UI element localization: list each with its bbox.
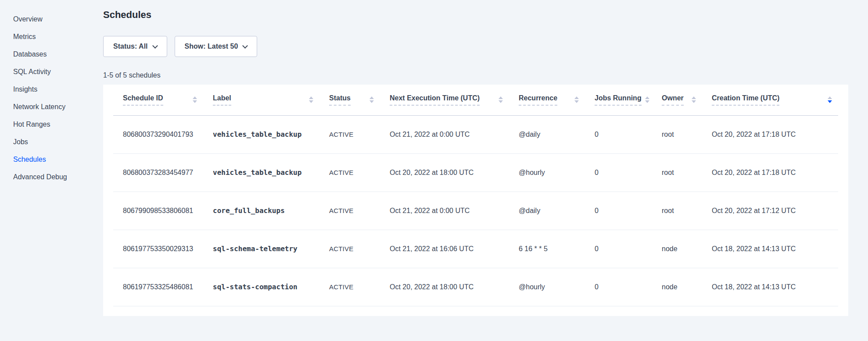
cell-recurrence: 6 16 * * 5 <box>509 230 585 268</box>
cell-status: ACTIVE <box>319 115 380 153</box>
column-label: Label <box>213 94 231 106</box>
sidebar-item-databases[interactable]: Databases <box>13 46 103 63</box>
cell-schedule-id: 806799098533806081 <box>113 192 203 230</box>
sort-arrows-icon[interactable] <box>309 96 313 103</box>
cell-next-execution: Oct 21, 2022 at 0:00 UTC <box>380 192 509 230</box>
column-label: Jobs Running <box>595 94 642 106</box>
status-filter-dropdown[interactable]: Status: All <box>103 36 167 57</box>
column-header-creation-time-utc-[interactable]: Creation Time (UTC) <box>702 85 838 115</box>
table-row: 806197753350029313sql-schema-telemetryAC… <box>113 230 838 268</box>
column-label: Next Execution Time (UTC) <box>390 94 480 106</box>
cell-status: ACTIVE <box>319 153 380 192</box>
cell-next-execution: Oct 20, 2022 at 18:00 UTC <box>380 153 509 192</box>
sort-arrows-icon[interactable] <box>645 96 649 103</box>
page-title: Schedules <box>103 9 848 21</box>
column-header-jobs-running[interactable]: Jobs Running <box>585 85 652 115</box>
table-body: 806800373290401793vehicles_table_backupA… <box>113 115 838 306</box>
sidebar-item-overview[interactable]: Overview <box>13 11 103 28</box>
cell-creation-time: Oct 20, 2022 at 17:18 UTC <box>702 115 838 153</box>
cell-label: core_full_backups <box>203 192 319 230</box>
schedules-table-card: Schedule IDLabelStatusNext Execution Tim… <box>103 85 848 316</box>
chevron-down-icon <box>242 43 248 49</box>
cell-label: sql-stats-compaction <box>203 268 319 306</box>
sidebar-item-schedules[interactable]: Schedules <box>13 151 103 168</box>
schedules-table: Schedule IDLabelStatusNext Execution Tim… <box>113 85 838 306</box>
cell-owner: root <box>652 153 702 192</box>
cell-next-execution: Oct 21, 2022 at 0:00 UTC <box>380 115 509 153</box>
cell-status: ACTIVE <box>319 192 380 230</box>
cell-jobs-running: 0 <box>585 153 652 192</box>
cell-schedule-id: 806197753325486081 <box>113 268 203 306</box>
chevron-down-icon <box>152 43 158 49</box>
column-label: Status <box>329 94 351 106</box>
cell-owner: node <box>652 230 702 268</box>
sort-arrows-icon[interactable] <box>574 96 579 103</box>
cell-jobs-running: 0 <box>585 230 652 268</box>
cell-label: sql-schema-telemetry <box>203 230 319 268</box>
sort-arrows-icon[interactable] <box>828 96 832 103</box>
column-label: Creation Time (UTC) <box>712 94 779 106</box>
cell-status: ACTIVE <box>319 230 380 268</box>
column-label: Schedule ID <box>123 94 163 106</box>
app-layout: OverviewMetricsDatabasesSQL ActivityInsi… <box>0 0 868 341</box>
cell-status: ACTIVE <box>319 268 380 306</box>
cell-owner: root <box>652 192 702 230</box>
cell-recurrence: @hourly <box>509 268 585 306</box>
table-row: 806197753325486081sql-stats-compactionAC… <box>113 268 838 306</box>
sort-arrows-icon[interactable] <box>193 96 197 103</box>
sidebar-item-network-latency[interactable]: Network Latency <box>13 98 103 116</box>
cell-owner: node <box>652 268 702 306</box>
sidebar-item-jobs[interactable]: Jobs <box>13 133 103 151</box>
column-header-recurrence[interactable]: Recurrence <box>509 85 585 115</box>
cell-next-execution: Oct 20, 2022 at 18:00 UTC <box>380 268 509 306</box>
cell-creation-time: Oct 20, 2022 at 17:18 UTC <box>702 153 838 192</box>
cell-label: vehicles_table_backup <box>203 115 319 153</box>
sidebar-nav: OverviewMetricsDatabasesSQL ActivityInsi… <box>0 0 103 341</box>
table-row: 806799098533806081core_full_backupsACTIV… <box>113 192 838 230</box>
status-filter-label: Status: All <box>113 43 148 50</box>
table-row: 806800373283454977vehicles_table_backupA… <box>113 153 838 192</box>
cell-jobs-running: 0 <box>585 192 652 230</box>
table-header-row: Schedule IDLabelStatusNext Execution Tim… <box>113 85 838 115</box>
cell-next-execution: Oct 21, 2022 at 16:06 UTC <box>380 230 509 268</box>
sidebar-item-advanced-debug[interactable]: Advanced Debug <box>13 168 103 186</box>
show-filter-dropdown[interactable]: Show: Latest 50 <box>175 36 258 57</box>
sort-arrows-icon[interactable] <box>692 96 696 103</box>
sidebar-item-sql-activity[interactable]: SQL Activity <box>13 63 103 81</box>
column-label: Recurrence <box>519 94 557 106</box>
column-header-next-execution-time-utc-[interactable]: Next Execution Time (UTC) <box>380 85 509 115</box>
cell-recurrence: @daily <box>509 192 585 230</box>
cell-creation-time: Oct 18, 2022 at 14:13 UTC <box>702 230 838 268</box>
main-content: Schedules Status: All Show: Latest 50 1-… <box>103 0 868 341</box>
cell-schedule-id: 806197753350029313 <box>113 230 203 268</box>
column-header-status[interactable]: Status <box>319 85 380 115</box>
cell-creation-time: Oct 18, 2022 at 14:13 UTC <box>702 268 838 306</box>
column-label: Owner <box>662 94 684 106</box>
sidebar-item-hot-ranges[interactable]: Hot Ranges <box>13 116 103 133</box>
sort-arrows-icon[interactable] <box>499 96 503 103</box>
cell-owner: root <box>652 115 702 153</box>
column-header-label[interactable]: Label <box>203 85 319 115</box>
cell-creation-time: Oct 20, 2022 at 17:12 UTC <box>702 192 838 230</box>
sidebar-item-metrics[interactable]: Metrics <box>13 28 103 46</box>
table-header: Schedule IDLabelStatusNext Execution Tim… <box>113 85 838 115</box>
show-filter-label: Show: Latest 50 <box>185 43 238 50</box>
cell-jobs-running: 0 <box>585 115 652 153</box>
cell-label: vehicles_table_backup <box>203 153 319 192</box>
sort-arrows-icon[interactable] <box>369 96 374 103</box>
sidebar-item-insights[interactable]: Insights <box>13 81 103 98</box>
column-header-schedule-id[interactable]: Schedule ID <box>113 85 203 115</box>
table-row: 806800373290401793vehicles_table_backupA… <box>113 115 838 153</box>
cell-recurrence: @daily <box>509 115 585 153</box>
cell-jobs-running: 0 <box>585 268 652 306</box>
filter-bar: Status: All Show: Latest 50 <box>103 36 848 57</box>
results-count: 1-5 of 5 schedules <box>103 71 848 81</box>
cell-schedule-id: 806800373290401793 <box>113 115 203 153</box>
cell-recurrence: @hourly <box>509 153 585 192</box>
cell-schedule-id: 806800373283454977 <box>113 153 203 192</box>
column-header-owner[interactable]: Owner <box>652 85 702 115</box>
